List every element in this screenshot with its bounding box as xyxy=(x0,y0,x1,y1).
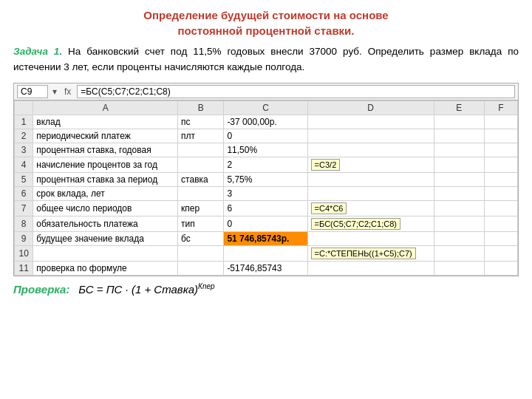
col-header-e: E xyxy=(434,100,484,115)
cell-c5[interactable]: 5,75% xyxy=(224,172,307,186)
cell-b7[interactable]: кпер xyxy=(178,200,224,216)
cell-f8[interactable] xyxy=(484,216,517,231)
cell-b8[interactable]: тип xyxy=(178,216,224,231)
cell-d6[interactable] xyxy=(307,186,434,200)
cell-d5[interactable] xyxy=(307,172,434,186)
spreadsheet: C9 ▾ fx =БС(C5;C7;C2;C1;C8) A B C D E F … xyxy=(13,83,519,276)
cell-d8[interactable]: =БС(C5;C7;C2;C1;C8) xyxy=(307,216,434,231)
cell-d9[interactable] xyxy=(307,231,434,245)
spreadsheet-table: A B C D E F 1вкладпс-37 000,00р.2периоди… xyxy=(14,100,518,276)
task-description: Задача 1. На банковский счет под 11,5% г… xyxy=(13,44,519,75)
cell-a10[interactable] xyxy=(33,245,178,261)
cell-d4[interactable]: =C3/2 xyxy=(307,157,434,172)
table-row: 9будущее значение вкладабс51 746,85743р. xyxy=(15,231,518,245)
cell-e7[interactable] xyxy=(434,200,484,216)
cell-a2[interactable]: периодический платеж xyxy=(33,129,178,143)
table-row: 4начисление процентов за год2=C3/2 xyxy=(15,157,518,172)
row-number: 3 xyxy=(15,143,33,157)
cell-c11[interactable]: -51746,85743 xyxy=(224,261,307,275)
row-number: 2 xyxy=(15,129,33,143)
table-row: 2периодический платежплт0 xyxy=(15,129,518,143)
table-row: 8обязательность платежатип0=БС(C5;C7;C2;… xyxy=(15,216,518,231)
cell-b11[interactable] xyxy=(178,261,224,275)
cell-e3[interactable] xyxy=(434,143,484,157)
cell-a5[interactable]: процентная ставка за период xyxy=(33,172,178,186)
cell-a1[interactable]: вклад xyxy=(33,115,178,129)
cell-e11[interactable] xyxy=(434,261,484,275)
formula-input[interactable]: =БС(C5;C7;C2;C1;C8) xyxy=(77,85,515,98)
cell-b1[interactable]: пс xyxy=(178,115,224,129)
cell-b9[interactable]: бс xyxy=(178,231,224,245)
cell-f9[interactable] xyxy=(484,231,517,245)
cell-c2[interactable]: 0 xyxy=(224,129,307,143)
cell-d2[interactable] xyxy=(307,129,434,143)
row-number: 6 xyxy=(15,186,33,200)
col-header-f: F xyxy=(484,100,517,115)
dropdown-arrow-icon[interactable]: ▾ xyxy=(51,86,58,97)
cell-c7[interactable]: 6 xyxy=(224,200,307,216)
cell-a6[interactable]: срок вклада, лет xyxy=(33,186,178,200)
cell-c1[interactable]: -37 000,00р. xyxy=(224,115,307,129)
cell-c9[interactable]: 51 746,85743р. xyxy=(224,231,307,245)
cell-e4[interactable] xyxy=(434,157,484,172)
table-row: 6срок вклада, лет3 xyxy=(15,186,518,200)
cell-f2[interactable] xyxy=(484,129,517,143)
cell-d11[interactable] xyxy=(307,261,434,275)
cell-f6[interactable] xyxy=(484,186,517,200)
annotation-box: =C4*C6 xyxy=(311,202,347,214)
cell-e9[interactable] xyxy=(434,231,484,245)
proverka-label: Проверка: xyxy=(13,283,69,296)
table-row: 10=С:*СТЕПЕНЬ((1+C5);C7) xyxy=(15,245,518,261)
cell-d7[interactable]: =C4*C6 xyxy=(307,200,434,216)
row-number: 5 xyxy=(15,172,33,186)
cell-f11[interactable] xyxy=(484,261,517,275)
cell-e10[interactable] xyxy=(434,245,484,261)
cell-b4[interactable] xyxy=(178,157,224,172)
row-number: 9 xyxy=(15,231,33,245)
cell-f10[interactable] xyxy=(484,245,517,261)
table-row: 3процентная ставка, годовая11,50% xyxy=(15,143,518,157)
row-number: 4 xyxy=(15,157,33,172)
title: Определение будущей стоимости на основе … xyxy=(13,7,519,38)
cell-f5[interactable] xyxy=(484,172,517,186)
cell-e1[interactable] xyxy=(434,115,484,129)
cell-c6[interactable]: 3 xyxy=(224,186,307,200)
cell-a7[interactable]: общее число периодов xyxy=(33,200,178,216)
cell-d10[interactable]: =С:*СТЕПЕНЬ((1+C5);C7) xyxy=(307,245,434,261)
cell-e6[interactable] xyxy=(434,186,484,200)
cell-a8[interactable]: обязательность платежа xyxy=(33,216,178,231)
cell-reference[interactable]: C9 xyxy=(17,85,48,98)
table-row: 5процентная ставка за периодставка5,75% xyxy=(15,172,518,186)
cell-b6[interactable] xyxy=(178,186,224,200)
cell-b10[interactable] xyxy=(178,245,224,261)
cell-b5[interactable]: ставка xyxy=(178,172,224,186)
cell-c3[interactable]: 11,50% xyxy=(224,143,307,157)
cell-b2[interactable]: плт xyxy=(178,129,224,143)
cell-e5[interactable] xyxy=(434,172,484,186)
row-number: 7 xyxy=(15,200,33,216)
table-row: 11проверка по формуле-51746,85743 xyxy=(15,261,518,275)
cell-d1[interactable] xyxy=(307,115,434,129)
cell-c10[interactable] xyxy=(224,245,307,261)
cell-a3[interactable]: процентная ставка, годовая xyxy=(33,143,178,157)
fx-icon: fx xyxy=(61,86,74,97)
cell-c8[interactable]: 0 xyxy=(224,216,307,231)
annotation-box: =БС(C5;C7;C2;C1;C8) xyxy=(311,218,400,230)
cell-f4[interactable] xyxy=(484,157,517,172)
cell-a11[interactable]: проверка по формуле xyxy=(33,261,178,275)
row-number: 11 xyxy=(15,261,33,275)
cell-a9[interactable]: будущее значение вклада xyxy=(33,231,178,245)
cell-c4[interactable]: 2 xyxy=(224,157,307,172)
table-row: 1вкладпс-37 000,00р. xyxy=(15,115,518,129)
cell-d3[interactable] xyxy=(307,143,434,157)
cell-f3[interactable] xyxy=(484,143,517,157)
column-headers: A B C D E F xyxy=(15,100,518,115)
col-header-c: C xyxy=(224,100,307,115)
table-row: 7общее число периодовкпер6=C4*C6 xyxy=(15,200,518,216)
cell-f1[interactable] xyxy=(484,115,517,129)
cell-e8[interactable] xyxy=(434,216,484,231)
cell-b3[interactable] xyxy=(178,143,224,157)
cell-e2[interactable] xyxy=(434,129,484,143)
cell-f7[interactable] xyxy=(484,200,517,216)
cell-a4[interactable]: начисление процентов за год xyxy=(33,157,178,172)
